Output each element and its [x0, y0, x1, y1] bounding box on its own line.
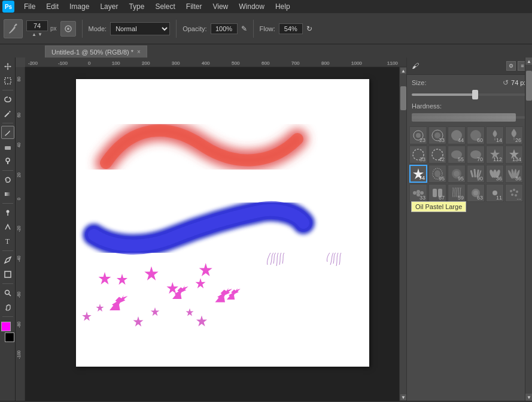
opacity-toggle-icon[interactable]: ✎ — [241, 25, 247, 33]
document-canvas-area[interactable] — [25, 67, 399, 401]
brush-cell-11[interactable]: 11 — [486, 184, 504, 202]
flow-toggle-icon[interactable]: ↻ — [306, 25, 312, 33]
left-toolbar: T — [0, 58, 16, 401]
brush-cell-74-selected[interactable]: 74 — [409, 165, 427, 183]
brush-tool-icon[interactable] — [4, 19, 23, 38]
history-brush-tool[interactable] — [1, 173, 14, 186]
svg-marker-47 — [82, 312, 92, 321]
menu-layer[interactable]: Layer — [95, 1, 123, 12]
brush-cell-oil-pastel[interactable]: 67 Oil Pastel Large — [428, 184, 446, 202]
mode-select[interactable]: Normal — [110, 22, 170, 35]
brush-cell-44[interactable]: 44 — [448, 126, 466, 144]
brush-cell-55[interactable]: 55 — [448, 146, 466, 164]
brush-cell-dots[interactable]: ... — [505, 184, 523, 202]
document-canvas — [76, 79, 369, 367]
panel-settings-button[interactable]: ⚙ — [506, 61, 516, 71]
svg-text:-60: -60 — [17, 292, 21, 298]
flow-input[interactable] — [279, 23, 303, 34]
svg-text:500: 500 — [232, 61, 240, 66]
size-reset-icon[interactable]: ↺ — [503, 78, 509, 87]
magic-wand-tool[interactable] — [1, 107, 14, 120]
gradient-tool[interactable] — [1, 188, 14, 201]
brush-cell-112[interactable]: 112 — [486, 146, 504, 164]
svg-marker-49 — [133, 316, 144, 327]
document-tab[interactable]: Untitled-1 @ 50% (RGB/8) * × — [45, 46, 147, 58]
hardness-slider[interactable] — [412, 112, 527, 123]
svg-point-68 — [455, 173, 458, 175]
brush-picker-icon[interactable] — [60, 21, 76, 37]
menu-type[interactable]: Type — [124, 1, 149, 12]
brush-cell-26[interactable]: 26 — [505, 126, 523, 144]
brush-cell-36a[interactable]: 36 — [486, 165, 504, 183]
panel-scroll-down[interactable]: ▼ — [525, 394, 532, 401]
marquee-tool[interactable] — [1, 74, 14, 87]
brush-cell-134[interactable]: 134 — [505, 146, 523, 164]
scroll-down-button[interactable]: ▼ — [400, 394, 406, 401]
eraser-tool[interactable] — [1, 140, 14, 153]
opacity-input[interactable] — [211, 23, 238, 34]
brush-cell-33b[interactable]: 33 — [409, 146, 427, 164]
zoom-tool[interactable] — [1, 286, 14, 300]
scroll-thumb[interactable] — [400, 86, 406, 110]
menu-edit[interactable]: Edit — [41, 1, 63, 12]
brush-cell-59[interactable]: 59 — [448, 184, 466, 202]
main-area: T -2 — [0, 58, 532, 401]
path-selection-tool[interactable] — [1, 253, 14, 267]
svg-line-5 — [5, 113, 9, 117]
brush-cell-36b[interactable]: 36 — [505, 165, 523, 183]
move-tool[interactable] — [1, 60, 14, 73]
brush-cell-95a[interactable]: 95 — [428, 165, 446, 183]
svg-text:-20: -20 — [17, 226, 21, 232]
opacity-label: Opacity: — [183, 25, 206, 32]
dodge-tool[interactable] — [1, 206, 14, 219]
brush-cell-63[interactable]: 63 — [467, 184, 485, 202]
svg-text:700: 700 — [291, 61, 300, 66]
brush-cell-33[interactable]: 33 — [428, 126, 446, 144]
panel-scroll-track[interactable] — [525, 65, 532, 394]
ruler-horizontal: -200 -100 0 100 200 300 400 500 600 700 … — [25, 58, 406, 67]
clone-stamp-tool[interactable] — [1, 155, 14, 168]
scroll-track[interactable] — [400, 74, 406, 394]
background-color-swatch[interactable] — [5, 333, 14, 342]
svg-rect-11 — [5, 192, 11, 196]
svg-rect-69 — [470, 170, 473, 177]
size-slider[interactable] — [412, 89, 527, 100]
menu-filter[interactable]: Filter — [181, 1, 207, 12]
menu-help[interactable]: Help — [270, 1, 295, 12]
brush-cell-14[interactable]: 14 — [486, 126, 504, 144]
brush-size-unit: px — [50, 25, 57, 32]
svg-point-90 — [513, 189, 515, 191]
brush-cell-33c[interactable]: 33 — [409, 184, 427, 202]
brush-cell-23[interactable]: 23 — [409, 126, 427, 144]
menu-window[interactable]: Window — [234, 1, 269, 12]
brush-tool[interactable] — [1, 126, 14, 139]
svg-marker-42 — [117, 274, 127, 285]
hand-tool[interactable] — [1, 301, 14, 314]
menu-select[interactable]: Select — [150, 1, 180, 12]
size-slider-thumb[interactable] — [472, 90, 478, 99]
shape-tool[interactable] — [1, 268, 14, 281]
pen-tool[interactable] — [1, 220, 14, 234]
brush-grid: 23 33 44 60 14 26 — [407, 124, 532, 204]
brush-cell-70[interactable]: 70 — [467, 146, 485, 164]
panel-scrollbar[interactable]: ▲ ▼ — [525, 58, 532, 401]
brush-cell-60[interactable]: 60 — [467, 126, 485, 144]
brush-cell-42[interactable]: 42 — [428, 146, 446, 164]
vertical-scrollbar[interactable]: ▲ ▼ — [399, 67, 406, 401]
text-tool[interactable]: T — [1, 235, 14, 248]
menu-view[interactable]: View — [208, 1, 233, 12]
menu-image[interactable]: Image — [65, 1, 94, 12]
panel-scroll-up[interactable]: ▲ — [525, 58, 532, 65]
brush-size-input[interactable]: 74 — [26, 20, 48, 31]
menu-file[interactable]: File — [19, 1, 40, 12]
scroll-up-button[interactable]: ▲ — [400, 67, 406, 74]
foreground-color-swatch[interactable] — [1, 322, 11, 331]
brush-cell-90[interactable]: 90 — [467, 165, 485, 183]
brush-cell-95b[interactable]: 95 — [448, 165, 466, 183]
menu-bar: Ps File Edit Image Layer Type Select Fil… — [0, 0, 532, 13]
hardness-label: Hardness: — [412, 102, 442, 110]
panel-scroll-thumb[interactable] — [526, 71, 532, 101]
lasso-tool[interactable] — [1, 93, 14, 106]
tab-close-button[interactable]: × — [137, 49, 141, 55]
svg-point-3 — [67, 28, 69, 30]
